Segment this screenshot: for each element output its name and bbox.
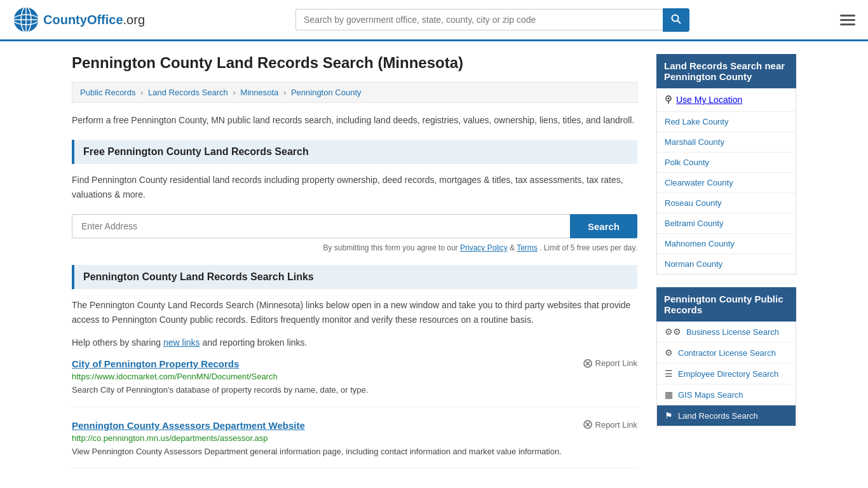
breadcrumb-sep: › <box>140 88 146 97</box>
header-search-button[interactable] <box>663 8 689 32</box>
free-search-section: Free Pennington County Land Records Sear… <box>72 140 637 252</box>
sidebar: Land Records Search near Pennington Coun… <box>656 54 796 481</box>
sidebar-county-item: Roseau County <box>657 193 796 214</box>
report-icon <box>583 420 592 429</box>
link-item: Pennington County Assessors Department W… <box>72 420 637 469</box>
svg-point-6 <box>672 15 679 21</box>
logo-icon <box>13 6 39 33</box>
links-description: The Pennington County Land Records Searc… <box>72 298 637 327</box>
link-item-header: City of Pennington Property Records Repo… <box>72 358 637 369</box>
address-search-input[interactable] <box>72 214 570 238</box>
employee-directory-link[interactable]: Employee Directory Search <box>678 369 778 379</box>
marshall-county-link[interactable]: Marshall County <box>665 137 724 147</box>
business-license-link[interactable]: Business License Search <box>686 327 779 337</box>
logo-text: CountyOffice.org <box>43 13 145 27</box>
free-search-heading: Free Pennington County Land Records Sear… <box>72 140 637 164</box>
gis-maps-link[interactable]: GIS Maps Search <box>678 390 743 400</box>
logo[interactable]: CountyOffice.org <box>13 6 145 33</box>
gis-maps-item[interactable]: ▦ GIS Maps Search <box>657 384 796 405</box>
sharing-text: Help others by sharing new links and rep… <box>72 336 637 349</box>
free-search-description: Find Pennington County residential land … <box>72 173 637 201</box>
clearwater-county-link[interactable]: Clearwater County <box>665 178 733 187</box>
main-content: Pennington County Land Records Search (M… <box>72 54 637 481</box>
gear-icon: ⚙⚙ <box>665 327 681 337</box>
new-links-link[interactable]: new links <box>163 337 200 348</box>
link-item: City of Pennington Property Records Repo… <box>72 358 637 407</box>
svg-line-7 <box>678 20 681 24</box>
mahnomen-county-link[interactable]: Mahnomen County <box>665 239 735 248</box>
breadcrumb-sep: › <box>283 88 288 97</box>
gear-icon: ⚙ <box>665 348 673 358</box>
breadcrumb-public-records[interactable]: Public Records <box>80 88 135 97</box>
page-description: Perform a free Pennington County, MN pub… <box>72 113 637 127</box>
svg-point-15 <box>668 98 670 100</box>
link-item-title[interactable]: City of Pennington Property Records <box>72 358 239 369</box>
contractor-license-link[interactable]: Contractor License Search <box>678 348 776 358</box>
sidebar-county-item: Beltrami County <box>657 214 796 234</box>
red-lake-county-link[interactable]: Red Lake County <box>665 117 728 126</box>
public-records-section: Pennington County Public Records ⚙⚙ Busi… <box>656 287 796 426</box>
hamburger-line <box>840 19 855 21</box>
search-disclaimer: By submitting this form you agree to our… <box>72 243 637 252</box>
sidebar-county-item: Marshall County <box>657 132 796 152</box>
links-section-heading: Pennington County Land Records Search Li… <box>72 265 637 289</box>
polk-county-link[interactable]: Polk County <box>665 158 709 167</box>
privacy-policy-link[interactable]: Privacy Policy <box>460 243 508 252</box>
breadcrumb-land-records[interactable]: Land Records Search <box>148 88 228 97</box>
breadcrumb: Public Records › Land Records Search › M… <box>72 82 637 103</box>
sidebar-county-item: Polk County <box>657 152 796 173</box>
use-my-location-link[interactable]: Use My Location <box>676 95 742 105</box>
sidebar-county-item: Mahnomen County <box>657 234 796 254</box>
directory-icon: ☰ <box>665 369 673 379</box>
link-description: View Pennington County Assessors Departm… <box>72 445 637 458</box>
map-icon: ▦ <box>665 390 673 400</box>
hamburger-line <box>840 24 855 25</box>
address-search-row: Search <box>72 214 637 238</box>
nearby-title: Land Records Search near Pennington Coun… <box>656 54 796 88</box>
employee-directory-item[interactable]: ☰ Employee Directory Search <box>657 363 796 384</box>
link-description: Search City of Pennington's database of … <box>72 384 637 396</box>
hamburger-line <box>840 15 855 17</box>
use-my-location-item[interactable]: Use My Location <box>657 88 796 112</box>
page-container: Pennington County Land Records Search (M… <box>59 41 809 488</box>
terms-link[interactable]: Terms <box>517 243 538 252</box>
link-url: https://www.idocmarket.com/PennMN/Docume… <box>72 372 637 381</box>
page-title: Pennington County Land Records Search (M… <box>72 54 637 72</box>
land-records-item[interactable]: ⚑ Land Records Search <box>657 405 796 426</box>
links-section: Pennington County Land Records Search Li… <box>72 265 637 468</box>
breadcrumb-county[interactable]: Pennington County <box>291 88 362 97</box>
link-item-title[interactable]: Pennington County Assessors Department W… <box>72 420 305 431</box>
report-link-button[interactable]: Report Link <box>583 420 637 430</box>
report-link-button[interactable]: Report Link <box>583 358 637 368</box>
land-icon: ⚑ <box>665 410 673 421</box>
location-icon <box>665 95 672 104</box>
land-records-link[interactable]: Land Records Search <box>678 411 758 421</box>
sidebar-county-item: Norman County <box>657 254 796 274</box>
beltrami-county-link[interactable]: Beltrami County <box>665 219 723 228</box>
sidebar-county-item: Red Lake County <box>657 112 796 132</box>
public-records-list: ⚙⚙ Business License Search ⚙ Contractor … <box>656 322 796 426</box>
header-search-area <box>295 8 689 32</box>
roseau-county-link[interactable]: Roseau County <box>665 198 722 208</box>
report-icon <box>583 359 592 368</box>
site-header: CountyOffice.org <box>0 0 868 41</box>
hamburger-menu-button[interactable] <box>840 15 855 25</box>
link-item-header: Pennington County Assessors Department W… <box>72 420 637 431</box>
nearby-list: Use My Location Red Lake County Marshall… <box>656 88 796 274</box>
sidebar-county-item: Clearwater County <box>657 173 796 193</box>
contractor-license-item[interactable]: ⚙ Contractor License Search <box>657 342 796 363</box>
address-search-button[interactable]: Search <box>570 214 637 238</box>
link-url: http://co.pennington.mn.us/departments/a… <box>72 433 637 443</box>
breadcrumb-minnesota[interactable]: Minnesota <box>240 88 278 97</box>
breadcrumb-sep: › <box>233 88 238 97</box>
norman-county-link[interactable]: Norman County <box>665 259 722 269</box>
public-records-title: Pennington County Public Records <box>656 287 796 322</box>
header-search-input[interactable] <box>295 9 663 30</box>
nearby-section: Land Records Search near Pennington Coun… <box>656 54 796 274</box>
search-icon <box>671 14 681 24</box>
business-license-item[interactable]: ⚙⚙ Business License Search <box>657 322 796 342</box>
